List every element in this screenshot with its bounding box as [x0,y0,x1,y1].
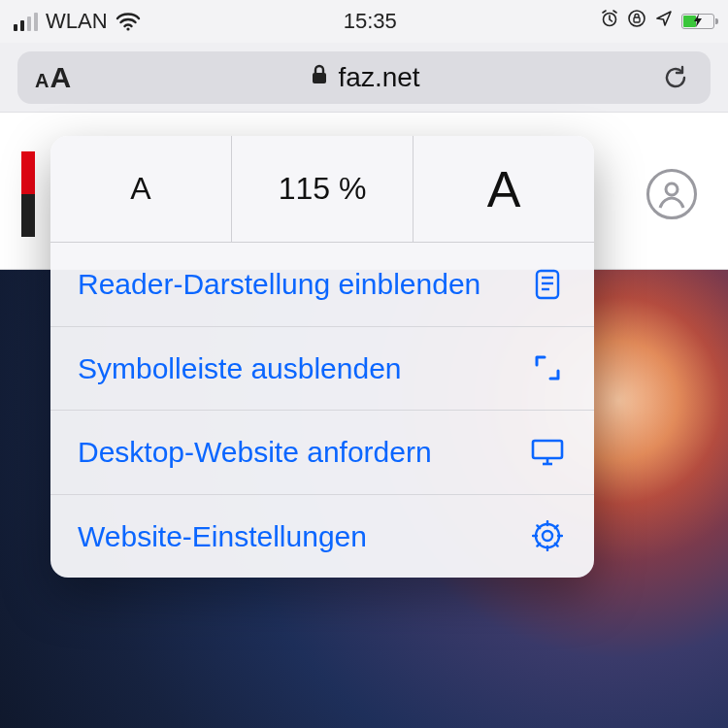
wifi-icon [116,12,141,31]
address-field[interactable]: AA faz.net [17,51,711,104]
reload-button[interactable] [658,60,693,95]
menu-label: Desktop-Website anfordern [78,434,432,471]
battery-icon [681,14,714,29]
hide-toolbar-item[interactable]: Symbolleiste ausblenden [50,327,594,412]
clock: 15:35 [344,9,397,34]
svg-rect-4 [313,73,326,83]
cellular-signal-icon [14,13,38,31]
decrease-text-button[interactable]: A [50,136,231,242]
site-logo-bar [21,151,35,237]
account-button[interactable] [646,169,697,219]
gear-icon [528,520,567,551]
url-display[interactable]: faz.net [310,62,420,93]
lock-icon [310,62,329,93]
alarm-icon [600,9,619,34]
charging-bolt-icon [682,13,713,30]
browser-url-bar: AA faz.net [0,43,728,113]
request-desktop-item[interactable]: Desktop-Website anfordern [50,411,594,495]
reader-icon [528,268,567,301]
svg-rect-3 [634,17,640,22]
status-bar: WLAN 15:35 [0,0,728,43]
menu-label: Website-Einstellungen [78,518,367,555]
svg-rect-10 [533,441,562,458]
increase-text-button[interactable]: A [413,136,594,242]
svg-point-13 [543,531,552,541]
svg-point-0 [126,27,129,30]
location-icon [654,9,674,34]
show-reader-item[interactable]: Reader-Darstellung einblenden [50,243,594,327]
text-size-row: A 115 % A [50,136,594,243]
orientation-lock-icon [627,9,646,34]
network-label: WLAN [46,9,108,34]
website-settings-item[interactable]: Website-Einstellungen [50,495,594,579]
zoom-level[interactable]: 115 % [231,136,413,242]
domain-text: faz.net [339,62,420,93]
svg-point-5 [666,183,678,195]
status-right [600,9,714,34]
status-left: WLAN [14,9,141,34]
desktop-icon [528,438,567,467]
expand-icon [528,352,567,383]
text-size-button[interactable]: AA [35,61,71,94]
menu-label: Reader-Darstellung einblenden [78,266,480,303]
svg-point-2 [629,11,645,26]
menu-label: Symbolleiste ausblenden [78,350,402,387]
text-size-popover: A 115 % A Reader-Darstellung einblenden … [50,136,594,578]
